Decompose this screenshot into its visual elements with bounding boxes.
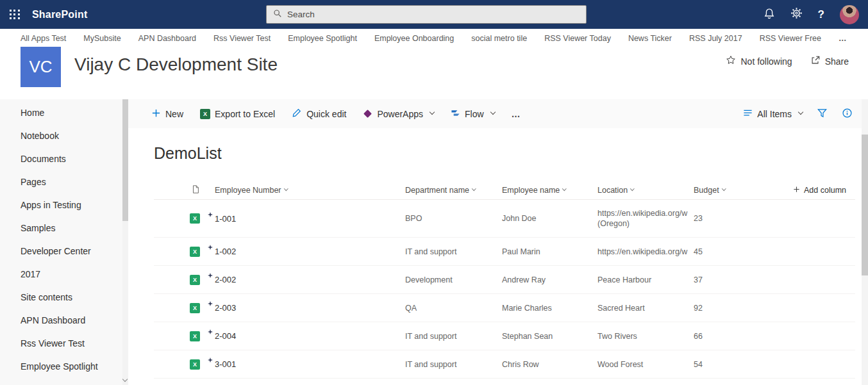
cell-employee-name: John Doe [502,214,597,223]
sidebar-item[interactable]: Developer Center [0,240,128,263]
filter-icon[interactable] [817,108,828,120]
cell-department-name: IT and support [405,360,502,369]
follow-button[interactable]: Not following [726,55,792,67]
powerapps-menu-button[interactable]: PowerApps [363,109,434,119]
top-nav-link[interactable]: News Ticker [628,34,672,43]
sharepoint-brand[interactable]: SharePoint [32,9,87,20]
sidebar-item[interactable]: Documents [0,147,128,170]
sidebar-item[interactable]: Employee Spotlight [0,355,128,378]
suite-bar-actions: ? [764,5,868,24]
search-input[interactable] [287,10,580,19]
sidebar-item[interactable]: Home [0,101,128,124]
top-nav: All Apps TestMySubsiteAPN DashboardRss V… [0,29,868,48]
new-item-sparkle-icon [208,242,213,252]
sidebar-scrollbar-thumb[interactable] [122,99,128,221]
cell-employee-number: 2-003 [215,303,236,313]
cell-department-name: IT and support [405,332,502,341]
add-column-button[interactable]: Add column [793,186,855,195]
excel-file-icon: X [190,359,200,370]
commandbar-overflow-button[interactable]: … [512,109,521,119]
sidebar-item[interactable]: Notebook [0,124,128,147]
file-type-column-header[interactable] [154,184,215,196]
search-icon [273,9,282,20]
main-content: New X Export to Excel Quick edit PowerAp… [128,99,862,385]
command-bar: New X Export to Excel Quick edit PowerAp… [128,99,862,128]
site-logo[interactable]: VC [21,47,61,87]
cell-department-name: QA [405,304,502,313]
cell-employee-number: 2-004 [215,331,236,341]
new-button[interactable]: New [151,108,183,120]
sidebar-item[interactable]: Rss Viewer Test [0,332,128,355]
column-header[interactable]: Budget [694,186,793,195]
nav-overflow-button[interactable]: … [839,34,847,43]
cell-location: Wood Forest [597,351,694,378]
sidebar-scroll-down-icon[interactable] [122,377,128,382]
table-row[interactable]: X 1-002 IT and support Paul Marin https:… [154,238,855,266]
table-row[interactable]: X 1-001 BPO John Doe https://en.wikipedi… [154,200,855,238]
site-header: VC Vijay C Development Site Not followin… [0,48,868,99]
column-header[interactable]: Department name [405,186,502,195]
cell-employee-name: Paul Marin [502,247,597,256]
follow-label: Not following [740,56,792,67]
new-item-sparkle-icon [208,299,213,308]
list-title: DemoList [154,143,862,163]
sidebar-item[interactable]: 2017 [0,263,128,286]
top-nav-link[interactable]: Employee Spotlight [288,34,357,43]
sidebar-item[interactable]: Pages [0,170,128,193]
column-header[interactable]: Employee Number [215,186,405,195]
site-title: Vijay C Development Site [74,54,278,76]
waffle-icon [10,10,20,20]
app-launcher-button[interactable] [0,0,29,29]
excel-file-icon: X [190,303,200,313]
top-nav-link[interactable]: RSS Viewer Today [544,34,611,43]
command-bar-right: All Items [743,108,853,120]
info-icon[interactable] [842,108,853,120]
top-nav-link[interactable]: APN Dashboard [138,34,196,43]
pencil-icon [292,108,302,120]
cell-budget: 37 [694,275,793,284]
help-question-icon[interactable]: ? [818,8,824,21]
main-scrollbar-thumb[interactable] [862,135,868,275]
excel-file-icon: X [190,247,200,257]
notifications-bell-icon[interactable] [764,8,775,22]
cell-employee-number: 2-002 [215,275,236,284]
user-avatar[interactable] [840,5,859,24]
chevron-down-icon [630,186,634,190]
view-selector-button[interactable]: All Items [743,108,803,120]
powerapps-icon [364,110,372,118]
cell-budget: 54 [694,360,793,369]
table-row[interactable]: X [154,379,855,385]
cell-employee-name: Chris Row [502,360,597,369]
share-button[interactable]: Share [810,55,849,67]
sidebar-item[interactable]: Samples [0,217,128,240]
top-nav-link[interactable]: social metro tile [471,34,527,43]
sidebar-item[interactable]: Apps in Testing [0,193,128,217]
column-header[interactable]: Location [597,186,694,195]
excel-file-icon: X [190,213,200,224]
table-row[interactable]: X 2-002 Development Andrew Ray Peace Har… [154,266,855,294]
table-header: Employee Number Department name Employee… [154,181,855,200]
settings-gear-icon[interactable] [790,7,803,22]
sidebar-item[interactable]: APN Dashboard [0,309,128,332]
sidebar-item[interactable]: Site contents [0,286,128,309]
top-nav-link[interactable]: RSS July 2017 [689,34,742,43]
table-row[interactable]: X 3-001 IT and support Chris Row Wood Fo… [154,350,855,379]
star-icon [726,55,736,67]
flow-menu-button[interactable]: Flow [451,108,495,120]
top-nav-link[interactable]: Employee Onboarding [374,34,454,43]
new-item-sparkle-icon [208,327,213,336]
cell-employee-number: 1-001 [215,214,236,224]
top-nav-link[interactable]: MySubsite [83,34,121,43]
table-row[interactable]: X 2-004 IT and support Stephan Sean Two … [154,322,855,350]
top-nav-link[interactable]: All Apps Test [21,34,66,43]
cell-department-name: IT and support [405,247,502,256]
cell-location: https://en.wikipedia.org/w [597,238,694,265]
cell-budget: 66 [694,332,793,341]
export-to-excel-button[interactable]: X Export to Excel [200,109,275,119]
plus-icon [793,186,800,195]
top-nav-link[interactable]: RSS Viewer Free [760,34,821,43]
quick-edit-button[interactable]: Quick edit [292,108,346,120]
column-header[interactable]: Employee name [502,186,597,195]
top-nav-link[interactable]: Rss Viewer Test [213,34,271,43]
table-row[interactable]: X 2-003 QA Marie Charles Sacred Heart 92 [154,294,855,322]
